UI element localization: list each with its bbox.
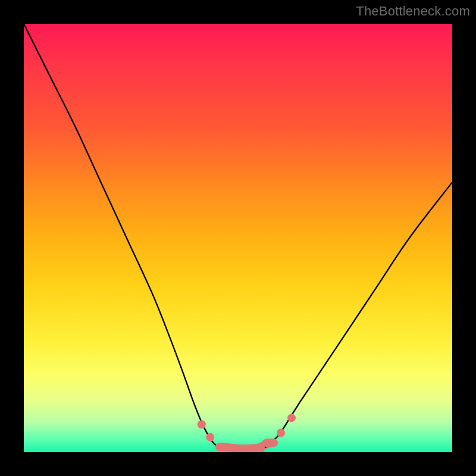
watermark-label: TheBottleneck.com	[356, 4, 470, 19]
curve-right-curve	[264, 182, 452, 447]
valley-marker	[215, 443, 231, 451]
valley-marker	[249, 444, 265, 452]
chart-canvas	[24, 24, 452, 452]
valley-marker	[287, 414, 296, 422]
valley-marker	[233, 444, 248, 452]
valley-marker	[206, 433, 214, 441]
valley-marker	[198, 420, 206, 428]
plot-area	[24, 24, 452, 452]
curve-left-curve	[24, 24, 221, 448]
valley-marker	[277, 429, 285, 437]
chart-frame: TheBottleneck.com	[0, 0, 476, 476]
valley-marker	[262, 439, 278, 447]
